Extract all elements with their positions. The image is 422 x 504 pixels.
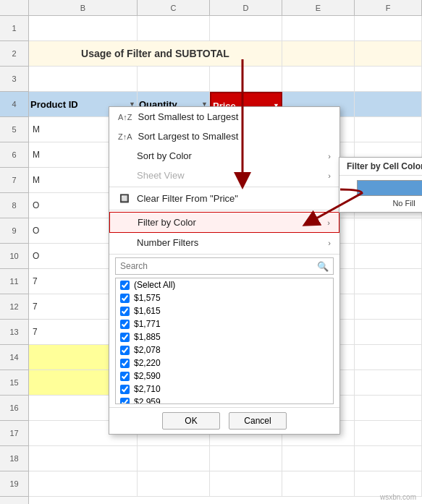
checkbox-list: (Select All) $1,575 $1,615 $1,771 [115, 278, 334, 404]
row-headers: 1 2 3 4 5 6 7 8 9 10 11 12 13 14 15 16 1… [0, 16, 29, 504]
row-num-13: 13 [0, 320, 28, 345]
cell-1e [282, 16, 355, 40]
cell-19c [138, 471, 210, 496]
grid-content: Usage of Filter and SUBTOTAL [29, 16, 422, 504]
sheet-view-arrow: › [328, 171, 331, 180]
cell-1c [138, 16, 210, 40]
cell-19f [355, 471, 422, 496]
checkbox-2590-input[interactable] [120, 372, 130, 381]
filter-color-arrow: › [327, 218, 330, 227]
checkbox-2220[interactable]: $2,220 [116, 356, 333, 370]
row-num-12: 12 [0, 294, 28, 320]
row-num-6: 6 [0, 142, 28, 168]
no-fill-label: No Fill [392, 199, 415, 208]
col-header-e: E [282, 0, 355, 15]
row-num-2: 2 [0, 41, 28, 67]
filter-color-label: Filter by Color [138, 217, 196, 228]
menu-clear-filter[interactable]: 🔲 Clear Filter From "Price" [109, 189, 339, 208]
row-1 [29, 16, 422, 41]
watermark: wsxbn.com [380, 493, 416, 501]
cell-1b [29, 16, 138, 40]
row-num-7: 7 [0, 168, 28, 193]
checkbox-1771-input[interactable] [120, 320, 130, 329]
color-submenu: Filter by Cell Color No Fill [339, 157, 422, 213]
checkbox-2710-input[interactable] [120, 385, 130, 394]
cell-11f [355, 269, 422, 294]
cell-5f [355, 117, 422, 142]
row-num-14: 14 [0, 345, 28, 370]
checkbox-1575-input[interactable] [120, 294, 130, 303]
sort-color-arrow: › [328, 152, 331, 161]
menu-filter-color[interactable]: Filter by Color › [109, 212, 339, 233]
sort-za-label: Sort Largest to Smallest [138, 131, 239, 142]
divider-3 [109, 254, 339, 255]
header-f [355, 92, 422, 116]
checkbox-2220-input[interactable] [120, 359, 130, 368]
checkbox-1615-input[interactable] [120, 307, 130, 316]
search-input[interactable] [116, 258, 313, 274]
number-filters-arrow: › [328, 239, 331, 247]
cell-3c [138, 67, 210, 91]
number-filters-label: Number Filters [137, 237, 198, 248]
cell-18e [282, 446, 355, 471]
row-num-9: 9 [0, 218, 28, 244]
checkbox-1615-label: $1,615 [134, 306, 161, 316]
title-cell: Usage of Filter and SUBTOTAL [29, 41, 282, 66]
divider-1 [109, 187, 339, 187]
sort-az-label: Sort Smallest to Largest [138, 111, 239, 122]
checkbox-2078-input[interactable] [120, 346, 130, 355]
col-headers: B C D E F [0, 0, 422, 16]
cell-9f [355, 218, 422, 243]
search-box[interactable]: 🔍 [115, 257, 334, 275]
color-submenu-title: Filter by Cell Color [339, 158, 422, 176]
sort-color-label: Sort by Color [137, 150, 192, 161]
cell-1f [355, 16, 422, 40]
sort-az-icon: A↑Z [118, 113, 132, 121]
checkbox-2078[interactable]: $2,078 [116, 343, 333, 356]
checkbox-1885-input[interactable] [120, 333, 130, 342]
checkbox-1575-label: $1,575 [134, 293, 161, 303]
grid-area: 1 2 3 4 5 6 7 8 9 10 11 12 13 14 15 16 1… [0, 16, 422, 504]
ok-button[interactable]: OK [162, 412, 220, 430]
cell-10f [355, 244, 422, 268]
checkbox-2590[interactable]: $2,590 [116, 370, 333, 383]
row-num-10: 10 [0, 244, 28, 269]
dialog-footer: OK Cancel [109, 407, 339, 434]
checkbox-select-all-label: (Select All) [134, 280, 175, 290]
checkbox-select-all[interactable]: (Select All) [116, 278, 333, 291]
menu-number-filters[interactable]: Number Filters › [109, 233, 339, 252]
search-icon: 🔍 [313, 261, 333, 272]
checkbox-1771[interactable]: $1,771 [116, 317, 333, 330]
checkbox-1575[interactable]: $1,575 [116, 291, 333, 304]
menu-sort-za[interactable]: Z↑A Sort Largest to Smallest [109, 127, 339, 146]
cell-1d [210, 16, 282, 40]
color-swatch-item[interactable]: No Fill [339, 176, 422, 212]
menu-sort-color[interactable]: Sort by Color › [109, 146, 339, 166]
cell-3d [210, 67, 282, 91]
checkbox-2959-input[interactable] [120, 398, 130, 405]
checkbox-select-all-input[interactable] [120, 281, 130, 290]
checkbox-2710[interactable]: $2,710 [116, 383, 333, 396]
row-num-17: 17 [0, 421, 28, 446]
color-swatch[interactable] [357, 180, 422, 196]
cell-19b [29, 471, 138, 496]
menu-sort-az[interactable]: A↑Z Sort Smallest to Largest [109, 107, 339, 127]
menu-sheet-view[interactable]: Sheet View › [109, 166, 339, 185]
divider-2 [109, 210, 339, 210]
row-num-19: 19 [0, 471, 28, 497]
cell-16f [355, 396, 422, 420]
product-id-label: Product ID [30, 92, 78, 116]
row-num-15: 15 [0, 370, 28, 396]
spreadsheet: B C D E F 1 2 3 4 5 6 7 8 9 10 11 12 13 … [0, 0, 422, 504]
cell-17f [355, 421, 422, 445]
row-num-18: 18 [0, 446, 28, 471]
checkbox-1885[interactable]: $1,885 [116, 330, 333, 343]
cancel-button[interactable]: Cancel [229, 412, 287, 430]
row-num-5: 5 [0, 117, 28, 142]
checkbox-1615[interactable]: $1,615 [116, 304, 333, 317]
corner-cell [0, 0, 29, 15]
checkbox-2959[interactable]: $2,959 [116, 396, 333, 404]
checkbox-2590-label: $2,590 [134, 371, 161, 381]
cell-3b [29, 67, 138, 91]
cell-18f [355, 446, 422, 471]
